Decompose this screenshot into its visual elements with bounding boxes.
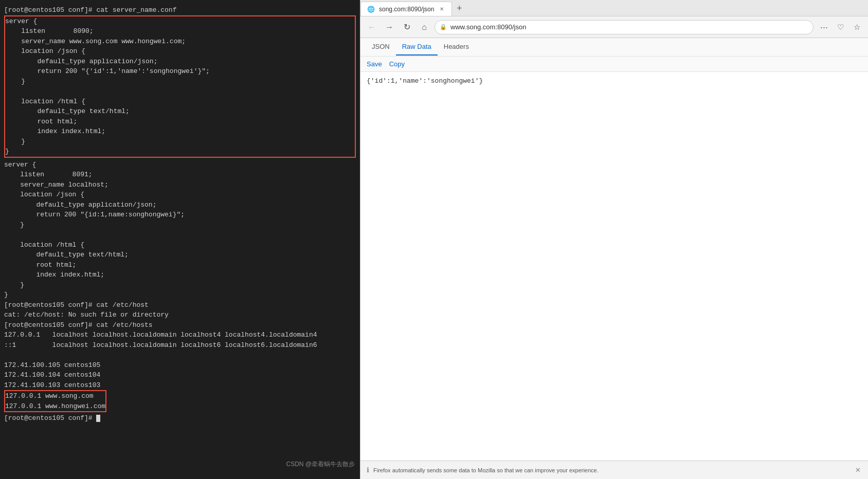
tab-favicon: 🌐	[367, 6, 375, 13]
reading-list-button[interactable]: ♡	[833, 20, 847, 34]
terminal-content: [root@centos105 conf]# cat server_name.c…	[4, 5, 356, 423]
terminal-output-1: cat: /etc/host: No such file or director…	[4, 310, 356, 320]
terminal-command-2: [root@centos105 conf]# cat /etc/host	[4, 300, 356, 310]
tab-raw-data[interactable]: Raw Data	[396, 39, 438, 56]
home-button[interactable]: ⌂	[417, 20, 431, 34]
tab-bar: 🌐 song.com:8090/json ✕ +	[360, 0, 868, 16]
more-options-button[interactable]: ⋯	[817, 20, 831, 34]
lock-icon: 🔒	[440, 24, 447, 30]
server-block-1-code: server { listen 8090; server_name www.so…	[5, 16, 355, 157]
terminal-command-1: [root@centos105 conf]# cat server_name.c…	[4, 5, 356, 15]
new-tab-button[interactable]: +	[452, 2, 466, 16]
status-bar: ℹ Firefox automatically sends some data …	[360, 460, 868, 479]
info-icon: ℹ	[367, 466, 369, 474]
terminal-output-3: ::1 localhost localhost.localdomain loca…	[4, 340, 356, 351]
tab-title: song.com:8090/json	[379, 6, 434, 13]
server-block-highlighted: server { listen 8090; server_name www.so…	[4, 15, 356, 158]
json-content-area: {'id':1,'name':'songhongwei'}	[360, 72, 868, 460]
tab-headers[interactable]: Headers	[438, 39, 475, 56]
terminal-output-4: 172.41.100.105 centos105	[4, 360, 356, 371]
reload-button[interactable]: ↻	[400, 20, 414, 34]
terminal-prompt: [root@centos105 conf]#	[4, 413, 356, 423]
tab-close-button[interactable]: ✕	[438, 6, 445, 13]
address-bar[interactable]	[435, 20, 813, 34]
json-text: {'id':1,'name':'songhongwei'}	[367, 77, 483, 85]
terminal-panel: [root@centos105 conf]# cat server_name.c…	[0, 0, 360, 479]
csdn-watermark: CSDN @牵着蜗牛去散步	[286, 459, 355, 469]
tab-json[interactable]: JSON	[366, 39, 396, 56]
server-block-2-code: server { listen 8091; server_name localh…	[4, 160, 356, 300]
copy-button[interactable]: Copy	[389, 60, 405, 68]
browser-actions: ⋯ ♡ ☆	[817, 20, 864, 34]
status-message: Firefox automatically sends some data to…	[373, 467, 599, 473]
terminal-output-5: 172.41.100.104 centos104	[4, 370, 356, 380]
address-bar-wrapper: 🔒	[435, 20, 813, 34]
back-button[interactable]: ←	[365, 20, 379, 34]
sub-toolbar: JSON Raw Data Headers	[360, 38, 868, 57]
terminal-blank	[4, 350, 356, 360]
browser-toolbar: ← → ↻ ⌂ 🔒 ⋯ ♡ ☆	[360, 16, 868, 38]
dismiss-status-button[interactable]: ✕	[854, 466, 862, 474]
terminal-output-6: 172.41.100.103 centos103	[4, 380, 356, 391]
hosts-highlight: 127.0.0.1 www.song.com 127.0.0.1 www.hon…	[4, 390, 106, 412]
bookmark-button[interactable]: ☆	[849, 20, 864, 34]
hosts-entry-1: 127.0.0.1 www.song.com 127.0.0.1 www.hon…	[5, 391, 105, 411]
terminal-output-2: 127.0.0.1 localhost localhost.localdomai…	[4, 330, 356, 340]
terminal-command-3: [root@centos105 conf]# cat /etc/hosts	[4, 320, 356, 330]
active-tab[interactable]: 🌐 song.com:8090/json ✕	[360, 2, 452, 16]
action-bar: Save Copy	[360, 57, 868, 72]
browser-panel: 🌐 song.com:8090/json ✕ + ← → ↻ ⌂ 🔒 ⋯ ♡ ☆…	[360, 0, 868, 479]
save-button[interactable]: Save	[367, 60, 382, 68]
forward-button[interactable]: →	[382, 20, 396, 34]
